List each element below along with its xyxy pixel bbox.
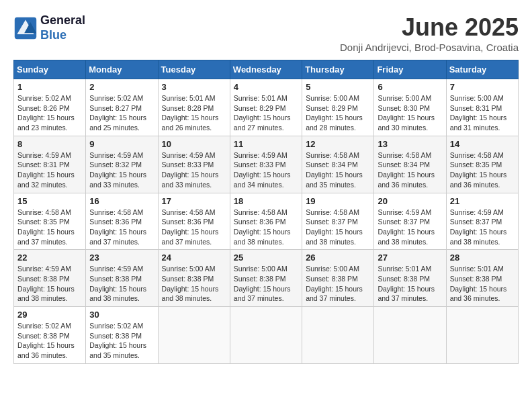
calendar-cell: 6 Sunrise: 5:00 AMSunset: 8:30 PMDayligh… [374, 79, 446, 136]
calendar-cell: 12 Sunrise: 4:58 AMSunset: 8:34 PMDaylig… [302, 136, 374, 193]
logo-line2: Blue [40, 28, 85, 43]
calendar-subtitle: Donji Andrijevci, Brod-Posavina, Croatia [340, 42, 519, 53]
calendar-cell [374, 307, 446, 364]
day-info: Sunrise: 5:01 AMSunset: 8:38 PMDaylight:… [450, 265, 507, 302]
day-info: Sunrise: 4:58 AMSunset: 8:36 PMDaylight:… [89, 208, 146, 246]
day-number: 26 [306, 253, 370, 263]
calendar-cell: 1 Sunrise: 5:02 AMSunset: 8:26 PMDayligh… [14, 79, 86, 136]
day-info: Sunrise: 4:58 AMSunset: 8:37 PMDaylight:… [306, 208, 363, 246]
day-number: 5 [306, 82, 370, 92]
day-info: Sunrise: 5:02 AMSunset: 8:38 PMDaylight:… [89, 322, 146, 359]
calendar-cell: 11 Sunrise: 4:59 AMSunset: 8:33 PMDaylig… [230, 136, 302, 193]
calendar-week-row: 29 Sunrise: 5:02 AMSunset: 8:38 PMDaylig… [14, 307, 519, 364]
day-info: Sunrise: 4:59 AMSunset: 8:38 PMDaylight:… [89, 265, 146, 302]
day-number: 24 [162, 253, 226, 263]
weekday-header: Sunday [14, 60, 86, 79]
day-info: Sunrise: 4:59 AMSunset: 8:33 PMDaylight:… [234, 151, 291, 189]
day-number: 13 [378, 139, 442, 149]
calendar-cell: 24 Sunrise: 5:00 AMSunset: 8:38 PMDaylig… [158, 250, 230, 307]
day-info: Sunrise: 4:58 AMSunset: 8:34 PMDaylight:… [378, 151, 435, 189]
calendar-cell: 16 Sunrise: 4:58 AMSunset: 8:36 PMDaylig… [86, 193, 158, 250]
calendar-week-row: 8 Sunrise: 4:59 AMSunset: 8:31 PMDayligh… [14, 136, 519, 193]
weekday-header: Tuesday [158, 60, 230, 79]
day-info: Sunrise: 5:02 AMSunset: 8:27 PMDaylight:… [89, 94, 146, 132]
calendar-cell: 14 Sunrise: 4:58 AMSunset: 8:35 PMDaylig… [446, 136, 518, 193]
day-number: 20 [378, 196, 442, 206]
calendar-cell: 8 Sunrise: 4:59 AMSunset: 8:31 PMDayligh… [14, 136, 86, 193]
day-info: Sunrise: 4:59 AMSunset: 8:32 PMDaylight:… [89, 151, 146, 189]
weekday-header: Friday [374, 60, 446, 79]
day-info: Sunrise: 5:02 AMSunset: 8:26 PMDaylight:… [17, 94, 75, 132]
calendar-cell: 4 Sunrise: 5:01 AMSunset: 8:29 PMDayligh… [230, 79, 302, 136]
day-info: Sunrise: 4:58 AMSunset: 8:34 PMDaylight:… [306, 151, 363, 189]
calendar-cell: 15 Sunrise: 4:58 AMSunset: 8:35 PMDaylig… [14, 193, 86, 250]
day-number: 8 [17, 139, 82, 149]
calendar-cell: 19 Sunrise: 4:58 AMSunset: 8:37 PMDaylig… [302, 193, 374, 250]
day-number: 2 [89, 82, 154, 92]
day-info: Sunrise: 5:00 AMSunset: 8:38 PMDaylight:… [234, 265, 291, 302]
day-number: 15 [17, 196, 82, 206]
calendar-table: SundayMondayTuesdayWednesdayThursdayFrid… [13, 60, 519, 364]
weekday-header: Monday [86, 60, 158, 79]
day-number: 7 [450, 82, 515, 92]
day-info: Sunrise: 5:01 AMSunset: 8:38 PMDaylight:… [378, 265, 435, 302]
calendar-cell [446, 307, 518, 364]
calendar-cell: 17 Sunrise: 4:58 AMSunset: 8:36 PMDaylig… [158, 193, 230, 250]
day-number: 29 [17, 310, 82, 320]
day-info: Sunrise: 5:00 AMSunset: 8:30 PMDaylight:… [378, 94, 435, 132]
day-info: Sunrise: 5:00 AMSunset: 8:31 PMDaylight:… [450, 94, 507, 132]
day-info: Sunrise: 4:59 AMSunset: 8:31 PMDaylight:… [17, 151, 75, 189]
day-info: Sunrise: 4:59 AMSunset: 8:33 PMDaylight:… [162, 151, 219, 189]
calendar-cell: 27 Sunrise: 5:01 AMSunset: 8:38 PMDaylig… [374, 250, 446, 307]
header: General Blue June 2025 Donji Andrijevci,… [13, 13, 519, 53]
day-number: 22 [17, 253, 82, 263]
day-info: Sunrise: 4:59 AMSunset: 8:37 PMDaylight:… [378, 208, 435, 246]
calendar-cell: 3 Sunrise: 5:01 AMSunset: 8:28 PMDayligh… [158, 79, 230, 136]
day-info: Sunrise: 4:58 AMSunset: 8:36 PMDaylight:… [234, 208, 291, 246]
calendar-cell: 21 Sunrise: 4:59 AMSunset: 8:37 PMDaylig… [446, 193, 518, 250]
day-number: 23 [89, 253, 154, 263]
day-number: 12 [306, 139, 370, 149]
day-info: Sunrise: 5:01 AMSunset: 8:29 PMDaylight:… [234, 94, 291, 132]
calendar-cell: 20 Sunrise: 4:59 AMSunset: 8:37 PMDaylig… [374, 193, 446, 250]
day-number: 4 [234, 82, 298, 92]
day-number: 11 [234, 139, 298, 149]
day-number: 18 [234, 196, 298, 206]
calendar-cell: 23 Sunrise: 4:59 AMSunset: 8:38 PMDaylig… [86, 250, 158, 307]
calendar-cell: 22 Sunrise: 4:59 AMSunset: 8:38 PMDaylig… [14, 250, 86, 307]
day-number: 6 [378, 82, 442, 92]
weekday-header: Wednesday [230, 60, 302, 79]
day-number: 30 [89, 310, 154, 320]
calendar-cell [302, 307, 374, 364]
weekday-header-row: SundayMondayTuesdayWednesdayThursdayFrid… [14, 60, 519, 79]
day-info: Sunrise: 4:58 AMSunset: 8:35 PMDaylight:… [450, 151, 507, 189]
day-info: Sunrise: 4:58 AMSunset: 8:36 PMDaylight:… [162, 208, 219, 246]
calendar-cell: 29 Sunrise: 5:02 AMSunset: 8:38 PMDaylig… [14, 307, 86, 364]
calendar-cell: 25 Sunrise: 5:00 AMSunset: 8:38 PMDaylig… [230, 250, 302, 307]
day-info: Sunrise: 5:00 AMSunset: 8:38 PMDaylight:… [306, 265, 363, 302]
day-number: 1 [17, 82, 82, 92]
day-info: Sunrise: 5:01 AMSunset: 8:28 PMDaylight:… [162, 94, 219, 132]
day-info: Sunrise: 4:59 AMSunset: 8:37 PMDaylight:… [450, 208, 507, 246]
day-info: Sunrise: 4:58 AMSunset: 8:35 PMDaylight:… [17, 208, 75, 246]
day-info: Sunrise: 5:02 AMSunset: 8:38 PMDaylight:… [17, 322, 75, 359]
calendar-cell: 5 Sunrise: 5:00 AMSunset: 8:29 PMDayligh… [302, 79, 374, 136]
calendar-cell: 10 Sunrise: 4:59 AMSunset: 8:33 PMDaylig… [158, 136, 230, 193]
calendar-cell: 2 Sunrise: 5:02 AMSunset: 8:27 PMDayligh… [86, 79, 158, 136]
calendar-cell [158, 307, 230, 364]
calendar-cell: 18 Sunrise: 4:58 AMSunset: 8:36 PMDaylig… [230, 193, 302, 250]
logo-line1: General [40, 13, 85, 28]
day-number: 9 [89, 139, 154, 149]
calendar-cell: 9 Sunrise: 4:59 AMSunset: 8:32 PMDayligh… [86, 136, 158, 193]
day-number: 28 [450, 253, 515, 263]
day-number: 3 [162, 82, 226, 92]
calendar-cell: 7 Sunrise: 5:00 AMSunset: 8:31 PMDayligh… [446, 79, 518, 136]
weekday-header: Thursday [302, 60, 374, 79]
logo: General Blue [13, 13, 85, 42]
calendar-cell [230, 307, 302, 364]
day-info: Sunrise: 5:00 AMSunset: 8:29 PMDaylight:… [306, 94, 363, 132]
day-number: 10 [162, 139, 226, 149]
calendar-cell: 26 Sunrise: 5:00 AMSunset: 8:38 PMDaylig… [302, 250, 374, 307]
day-number: 16 [89, 196, 154, 206]
calendar-cell: 30 Sunrise: 5:02 AMSunset: 8:38 PMDaylig… [86, 307, 158, 364]
